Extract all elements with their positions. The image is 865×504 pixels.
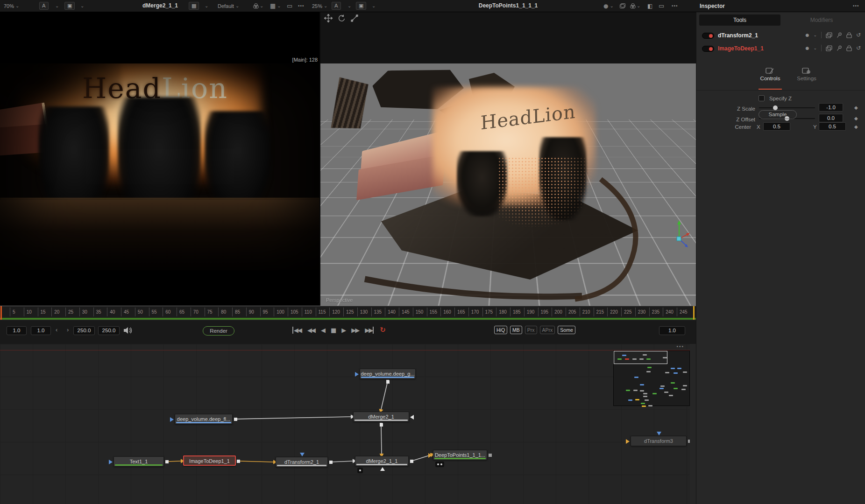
inspector-node-row[interactable]: dTransform2_1●⌄↺ xyxy=(696,30,865,42)
loop-button[interactable]: ↻ xyxy=(380,326,386,334)
node-dmerge2-1[interactable]: dMerge2_1 xyxy=(353,412,409,422)
inspector-node-row[interactable]: ImageToDeep1_1●⌄↺ xyxy=(696,43,865,55)
right-viewer-frame-button[interactable]: ▭ xyxy=(659,2,664,10)
node-imagetodeep1-1[interactable]: ImageToDeep1_1 xyxy=(183,455,236,466)
render-button[interactable]: Render xyxy=(203,326,234,336)
quality-toggle-some[interactable]: Some xyxy=(558,326,575,334)
node-output-port[interactable] xyxy=(380,423,383,427)
viewer-2d[interactable]: [Main]: 128 HeadLion xyxy=(0,12,320,306)
quality-toggle-hiq[interactable]: HiQ xyxy=(494,326,507,334)
keyframe-diamond-icon[interactable]: ◆ xyxy=(854,124,858,129)
node-deep-volume-deep-g[interactable]: deep_volume.deep_g... xyxy=(360,369,416,379)
left-viewer-lut-select[interactable]: Default ⌄ xyxy=(218,2,239,10)
node-input-port[interactable] xyxy=(109,460,113,464)
node-graph-minimap[interactable] xyxy=(613,350,690,406)
subtab-settings[interactable]: Settings xyxy=(788,67,825,81)
node-output-port[interactable] xyxy=(489,454,492,457)
range-prev-arrow[interactable]: ‹ xyxy=(56,326,57,333)
inspector-options-menu[interactable]: ••• xyxy=(853,2,859,10)
left-viewer-frame-button[interactable]: ▭ xyxy=(287,2,292,10)
copy-icon[interactable] xyxy=(826,32,832,38)
left-viewer-buffer-button[interactable]: ▣ xyxy=(64,2,75,10)
node-input-port[interactable] xyxy=(300,453,305,456)
right-viewer-layers-button[interactable] xyxy=(619,2,626,10)
node-output-port[interactable] xyxy=(688,440,690,443)
node-input-port[interactable] xyxy=(626,439,630,444)
skip-end-button[interactable]: ▶▶ xyxy=(365,327,374,334)
node-output-port[interactable] xyxy=(410,460,413,463)
node-output-port[interactable] xyxy=(329,461,333,464)
view-dot-icon[interactable]: ● xyxy=(806,46,809,50)
z-offset-value[interactable]: 0.0 xyxy=(819,114,843,122)
range-next-arrow[interactable]: › xyxy=(67,326,69,333)
node-input-port[interactable] xyxy=(170,417,174,422)
minimap-viewport-rect[interactable] xyxy=(614,351,667,364)
right-viewer-channel-chevron[interactable]: ⌄ xyxy=(347,2,351,10)
frame-rate-field[interactable]: 1.0 xyxy=(7,326,27,335)
node-dmerge2-1-1[interactable]: dMerge2_1_1 xyxy=(355,456,409,466)
playhead-marker[interactable] xyxy=(0,306,2,320)
left-viewer-dither-button[interactable]: ▩ xyxy=(189,2,199,10)
center-y-value[interactable]: 0.5 xyxy=(819,122,846,131)
sample-button[interactable]: Sample xyxy=(759,110,797,119)
node-enable-toggle[interactable] xyxy=(702,33,714,39)
stop-button[interactable]: ■ xyxy=(331,327,335,334)
range-end-marker[interactable] xyxy=(693,306,695,320)
left-viewer-options-menu[interactable]: ••• xyxy=(298,2,305,10)
specify-z-checkbox[interactable] xyxy=(759,95,765,101)
node-dtransform2-1[interactable]: dTransform2_1 xyxy=(276,457,328,467)
quality-toggle-prx[interactable]: Prx xyxy=(525,326,537,334)
fast-forward-button[interactable]: ▶▶ xyxy=(351,327,359,334)
range-end-field[interactable]: 250.0 xyxy=(73,326,95,335)
node-dtransform3[interactable]: dTransform3 xyxy=(631,436,687,446)
node-input-port[interactable] xyxy=(355,372,359,377)
perspective-viewport[interactable]: HeadLion Perspective xyxy=(320,63,696,306)
pin-icon[interactable] xyxy=(837,45,842,51)
node-output-port[interactable] xyxy=(234,418,237,421)
right-viewer-channel-button[interactable]: A xyxy=(332,2,341,10)
node-enable-toggle[interactable] xyxy=(702,46,714,52)
current-frame-field[interactable]: 1.0 xyxy=(31,326,51,335)
left-viewer-buffer-chevron[interactable]: ⌄ xyxy=(80,2,84,10)
center-x-value[interactable]: 0.5 xyxy=(763,122,790,131)
viewer-3d[interactable]: HeadLion Perspective xyxy=(320,12,696,306)
copy-icon[interactable] xyxy=(826,45,832,51)
node-text1-1[interactable]: Text1_1 xyxy=(113,456,164,467)
play-reverse-button[interactable]: ◀ xyxy=(321,327,325,334)
left-viewer-colorwheel-button[interactable]: ⌄ xyxy=(253,2,263,10)
z-scale-value[interactable]: -1.0 xyxy=(819,103,843,112)
rewind-button[interactable]: ◀◀ xyxy=(307,327,315,334)
node-editor[interactable]: ••• deep_volume.deep_g...deep_volume.dee… xyxy=(0,344,690,504)
node-output-port[interactable] xyxy=(165,460,169,463)
tab-tools[interactable]: Tools xyxy=(699,14,780,26)
chevron-down-icon[interactable]: ⌄ xyxy=(813,33,817,37)
left-viewer-dither-chevron[interactable]: ⌄ xyxy=(205,2,208,10)
quality-toggle-aprx[interactable]: APrx xyxy=(540,326,555,334)
skip-start-button[interactable]: ◀◀ xyxy=(292,327,301,334)
node-input-port[interactable] xyxy=(410,415,414,420)
playback-scale-field[interactable]: 1.0 xyxy=(659,326,685,335)
keyframe-diamond-icon[interactable]: ◆ xyxy=(854,105,858,110)
chevron-down-icon[interactable]: ⌄ xyxy=(813,46,817,50)
rotate-tool-icon[interactable] xyxy=(337,14,346,22)
keyframe-diamond-icon[interactable]: ◆ xyxy=(854,116,858,121)
reset-icon[interactable]: ↺ xyxy=(856,32,861,38)
right-viewer-colorwheel-button[interactable]: ⌄ xyxy=(630,2,640,10)
lock-icon[interactable] xyxy=(846,32,852,38)
node-input-port[interactable] xyxy=(657,432,661,435)
right-viewer-options-menu[interactable]: ••• xyxy=(672,2,678,10)
left-viewer-grid-button[interactable]: ▦ ⌄ xyxy=(270,2,281,10)
right-viewer-split-button[interactable]: ◧ xyxy=(647,2,652,10)
node-input-port[interactable] xyxy=(380,467,385,471)
quality-toggle-mb[interactable]: MB xyxy=(510,326,522,334)
right-viewer-buffer-button[interactable]: ▣ xyxy=(356,2,366,10)
subtab-controls[interactable]: Controls xyxy=(752,67,789,81)
node-deeptopoints1-1-1[interactable]: DeepToPoints1_1_1... xyxy=(433,450,487,460)
node-deep-volume-deep-fl[interactable]: deep_volume.deep_fl... xyxy=(175,414,233,424)
right-viewer-buffer-chevron[interactable]: ⌄ xyxy=(372,2,376,10)
timeline-ruler[interactable]: 5101520253035404550556065707580859095100… xyxy=(0,306,696,318)
lock-icon[interactable] xyxy=(846,45,852,51)
play-button[interactable]: ▶ xyxy=(341,327,345,334)
pin-icon[interactable] xyxy=(837,32,842,38)
view-dot-icon[interactable]: ● xyxy=(806,33,809,37)
